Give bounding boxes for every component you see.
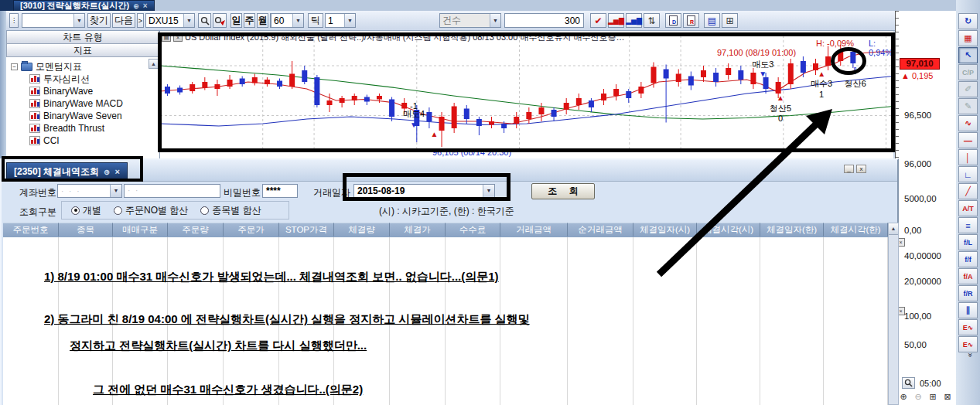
chart-doc-icon[interactable]: ▤ <box>704 13 720 28</box>
account-combobox[interactable]: · · ·▼ <box>57 184 122 198</box>
bar-chart-red-icon[interactable]: ▂▅▇ <box>608 13 624 28</box>
segment-tool-icon[interactable]: — <box>958 132 978 148</box>
chevron-down-icon[interactable]: ▼ <box>110 185 121 197</box>
column-header-매매구분[interactable]: 매매구분 <box>113 223 168 237</box>
trendline-tool-icon[interactable]: ∿ <box>958 115 978 131</box>
doc-r-icon[interactable]: R <box>683 13 699 28</box>
fib-lines-icon[interactable]: ≡ <box>958 217 978 233</box>
chevron-down-icon[interactable]: ▼ <box>292 14 303 27</box>
chart-settings-icon[interactable]: ▦ <box>958 30 978 46</box>
panel-titlebar[interactable]: [2350] 체결내역조회 ⊕ × _ x <box>2 160 897 182</box>
column-header-주문량[interactable]: 주문량 <box>168 223 224 237</box>
column-header-STOP가격[interactable]: STOP가격 <box>279 223 334 237</box>
bar-chart-blue-icon[interactable]: ▂▅▇ <box>626 13 642 28</box>
panel-close-button[interactable]: x <box>856 165 866 173</box>
expand-button[interactable]: > <box>137 13 144 28</box>
column-header-체결일자(시)[interactable]: 체결일자(시) <box>633 223 697 237</box>
close-icon[interactable]: × <box>143 2 148 10</box>
password-field[interactable]: **** <box>262 184 298 198</box>
text-tool-icon[interactable]: A/T <box>958 200 978 216</box>
table-scrollbar[interactable]: ▲ <box>888 223 899 405</box>
interval-combobox[interactable]: 60▼ <box>271 13 304 28</box>
tree-item-BinaryWave Seven[interactable]: BinaryWave Seven <box>11 110 159 122</box>
search-button[interactable] <box>198 13 211 28</box>
axis-zoom-icon-3[interactable]: ⊠ <box>941 391 954 403</box>
eraser-tool-icon[interactable]: ✐ <box>958 81 978 97</box>
zoom-search-button[interactable] <box>902 377 915 389</box>
column-header-종목[interactable]: 종목 <box>59 223 113 237</box>
tree-item-투자심리선[interactable]: 투자심리선 <box>11 73 159 85</box>
axis-zoom-icon-2[interactable]: ⊞ <box>927 391 939 403</box>
column-header-순거래금액[interactable]: 순거래금액 <box>568 223 633 237</box>
column-header-체결가[interactable]: 체결가 <box>390 223 446 237</box>
elliott-wave-icon[interactable]: E∿ <box>958 319 978 335</box>
search-signal-button[interactable] <box>213 13 227 28</box>
radio-주문NO별 합산[interactable]: 주문NO별 합산 <box>114 204 188 217</box>
eraser-all-tool-icon[interactable]: ✎ <box>958 98 978 114</box>
parallel-lines-icon[interactable]: ∥ <box>958 302 978 318</box>
fib-arc-icon[interactable]: f/A <box>958 268 978 284</box>
chevron-down-icon[interactable]: ▼ <box>183 14 194 27</box>
column-header-주문가[interactable]: 주문가 <box>224 223 279 237</box>
more-tools-icon[interactable]: » <box>966 353 975 362</box>
fib-fan-icon[interactable]: f/f <box>958 251 978 267</box>
symbol-search-combobox[interactable]: ▼ <box>22 13 85 28</box>
account-name-field[interactable]: · · <box>124 184 220 198</box>
grid-view-icon[interactable]: ⊞ <box>722 13 738 28</box>
period-button-월[interactable]: 월 <box>257 13 268 28</box>
radio-개별[interactable]: 개별 <box>71 204 101 217</box>
tree-item-CCI[interactable]: CCI <box>11 134 159 147</box>
axis-zoom-icon-1[interactable]: ⊖ <box>912 391 924 403</box>
tick-count-combobox[interactable]: 1▼ <box>325 13 356 28</box>
tree-item-BinaryWave[interactable]: BinaryWave <box>11 85 159 97</box>
toolbar-grip-icon[interactable]: ⋮ <box>9 13 19 28</box>
close-icon[interactable]: × <box>114 167 119 176</box>
panel-minimize-button[interactable]: _ <box>844 165 854 173</box>
fib-level-icon[interactable]: f/L <box>958 234 978 250</box>
count-combobox[interactable]: 건수▼ <box>439 13 501 28</box>
price-axis[interactable]: 97,010 ▲ 0,195 96,50096,0005000,000,0040… <box>895 11 956 405</box>
sort-updown-icon[interactable]: ⇅ <box>644 13 660 28</box>
tree-root-momentum[interactable]: − 모멘텀지표 <box>11 60 159 73</box>
chevron-down-icon[interactable]: ▼ <box>483 185 494 197</box>
trade-date-combobox[interactable]: 2015-08-19▼ <box>353 184 495 198</box>
chevron-down-icon[interactable]: ▼ <box>344 14 355 27</box>
signal-check-icon[interactable]: ✔ <box>590 13 606 28</box>
bar-count-input[interactable] <box>504 13 584 28</box>
diagonal-line-tool-icon[interactable]: ╱ <box>958 183 978 199</box>
column-header-수수료[interactable]: 수수료 <box>446 223 500 237</box>
tree-item-Breadth Thrust[interactable]: Breadth Thrust <box>11 122 159 134</box>
tab-strategy-chart[interactable]: [3010] 전략실행차트(실시간) ⊕ × <box>13 0 155 11</box>
vertical-line-tool-icon[interactable]: │ <box>958 149 978 165</box>
column-header-체결량[interactable]: 체결량 <box>334 223 390 237</box>
candlestick-chart[interactable]: ▤ × US Dollar Index (2015.9) 해외선물 (달러 전략… <box>160 31 893 158</box>
radio-종목별 합산[interactable]: 종목별 합산 <box>200 204 261 217</box>
period-button-주[interactable]: 주 <box>244 13 255 28</box>
tree-item-BinaryWave MACD[interactable]: BinaryWave MACD <box>11 97 159 110</box>
symbol-combobox[interactable]: DXU15▼ <box>145 13 195 28</box>
find-button[interactable]: 찾기 <box>87 13 111 28</box>
fib-retracement-icon[interactable]: f/R <box>958 285 978 301</box>
chevron-down-icon[interactable]: ▼ <box>73 14 84 27</box>
elliott-wave2-icon[interactable]: E∿ <box>958 336 978 352</box>
doc-d-icon[interactable]: D <box>665 13 681 28</box>
column-header-주문번호[interactable]: 주문번호 <box>3 223 59 237</box>
column-header-체결시각(한)[interactable]: 체결시각(한) <box>824 223 888 237</box>
column-header-체결시각(시)[interactable]: 체결시각(시) <box>697 223 760 237</box>
refresh-icon[interactable]: ↻ <box>958 13 978 29</box>
column-header-거래금액[interactable]: 거래금액 <box>500 223 568 237</box>
tab-execution-history[interactable]: [2350] 체결내역조회 ⊕ × <box>6 162 128 180</box>
tick-button[interactable]: 틱 <box>308 13 323 28</box>
period-button-일[interactable]: 일 <box>230 13 242 28</box>
tree-scroll-up-icon[interactable]: ▲ <box>149 59 159 69</box>
sidebar-indicator-header[interactable]: 지표 <box>6 44 159 57</box>
axis-zoom-icon-0[interactable]: ⊕ <box>897 391 910 403</box>
link-icon[interactable]: ⊕ <box>133 2 139 10</box>
angle-line-tool-icon[interactable]: ∟ <box>958 166 978 182</box>
crosshair-tool-icon[interactable]: C/P <box>958 64 978 80</box>
collapse-icon[interactable]: − <box>11 63 18 70</box>
query-button[interactable]: 조 회 <box>531 183 595 199</box>
sidebar-chart-type-header[interactable]: 차트 유형 <box>6 31 159 44</box>
cursor-tool-icon[interactable]: ↖ <box>958 47 978 63</box>
scroll-up-icon[interactable]: ▲ <box>889 223 898 235</box>
